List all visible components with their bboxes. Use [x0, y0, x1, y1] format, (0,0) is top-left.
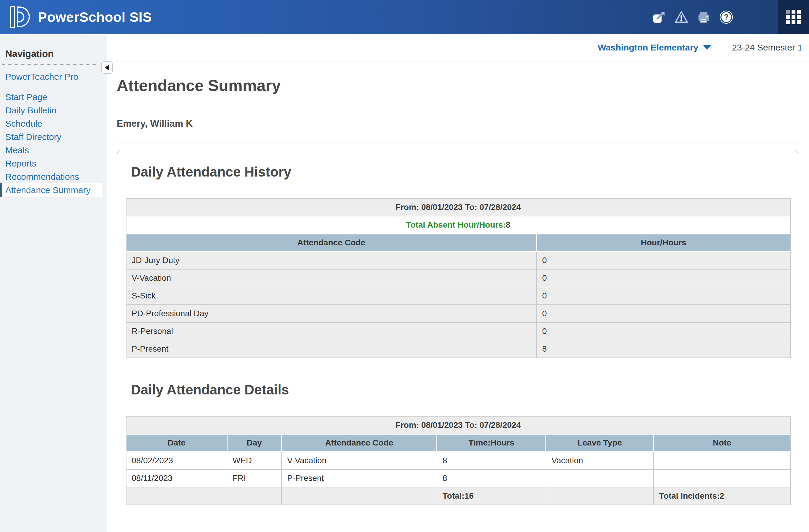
- sidebar-item[interactable]: Schedule: [0, 117, 107, 130]
- details-footer-row: Total:16 Total Incidents:2: [126, 487, 791, 505]
- school-selector[interactable]: Washington Elementary: [598, 42, 711, 53]
- details-date-range-row: From: 08/01/2023 To: 07/28/2024: [126, 416, 791, 434]
- attendance-code-cell: P-Present: [126, 340, 537, 358]
- help-icon[interactable]: ?: [719, 10, 733, 24]
- table-row: 08/11/2023 FRI P-Present 8: [126, 469, 791, 487]
- table-row: R-Personal 0: [126, 322, 791, 340]
- details-section-title: Daily Attendance Details: [131, 382, 791, 398]
- column-header: Note: [654, 434, 790, 452]
- day-cell: FRI: [227, 469, 281, 487]
- app-header: PowerSchool SIS ?: [0, 0, 809, 34]
- attendance-code-cell: P-Present: [281, 469, 437, 487]
- divider: [117, 143, 798, 143]
- table-row: JD-Jury Duty 0: [126, 251, 791, 269]
- sidebar-item[interactable]: Attendance Summary: [0, 183, 102, 197]
- alerts-icon[interactable]: [674, 10, 688, 24]
- column-header: Time:Hours: [437, 434, 546, 452]
- attendance-code-cell: R-Personal: [126, 322, 537, 340]
- column-header: Attendance Code: [126, 234, 537, 251]
- hours-cell: 0: [537, 287, 790, 305]
- table-row: 08/02/2023 WED V-Vacation 8 Vacation: [126, 452, 791, 469]
- sidebar-item[interactable]: Reports: [0, 157, 107, 170]
- date-cell: 08/11/2023: [126, 469, 227, 487]
- sidebar-item[interactable]: Meals: [0, 143, 107, 157]
- grid-icon: [786, 9, 802, 25]
- details-total: Total:16: [437, 487, 546, 505]
- leave-type-cell: [546, 469, 654, 487]
- hours-cell: 0: [537, 269, 790, 287]
- sidebar-item-powerteacher-pro[interactable]: PowerTeacher Pro: [0, 70, 107, 83]
- table-row: P-Present 8: [126, 340, 791, 358]
- shell: Navigation PowerTeacher Pro Start Page D…: [0, 34, 809, 532]
- sidebar-collapse-button[interactable]: [101, 61, 113, 74]
- attendance-history-table: From: 08/01/2023 To: 07/28/2024 Total Ab…: [125, 198, 791, 358]
- hours-cell: 0: [537, 305, 790, 322]
- table-row: V-Vacation 0: [126, 269, 791, 287]
- column-header: Date: [126, 434, 227, 452]
- hours-cell: 8: [537, 340, 790, 358]
- attendance-code-cell: V-Vacation: [126, 269, 537, 287]
- chevron-left-icon: [105, 65, 109, 71]
- table-row: S-Sick 0: [126, 287, 791, 305]
- svg-text:?: ?: [724, 13, 728, 21]
- details-total-incidents: Total Incidents:2: [654, 487, 790, 505]
- printer-icon[interactable]: [697, 10, 711, 24]
- sidebar-item[interactable]: Start Page: [0, 90, 107, 104]
- sidebar: Navigation PowerTeacher Pro Start Page D…: [0, 34, 107, 532]
- attendance-details-table: From: 08/01/2023 To: 07/28/2024 DateDayA…: [125, 416, 791, 505]
- table-row: PD-Professional Day 0: [126, 305, 791, 322]
- attendance-code-cell: S-Sick: [126, 287, 537, 305]
- leave-type-cell: Vacation: [546, 452, 654, 469]
- student-name: Emery, William K: [117, 118, 798, 129]
- details-rows: 08/02/2023 WED V-Vacation 8 Vacation 08/…: [126, 452, 791, 487]
- page-title: Attendance Summary: [117, 76, 798, 94]
- details-date-range: From: 08/01/2023 To: 07/28/2024: [126, 416, 791, 434]
- sidebar-nav: Start Page Daily Bulletin Schedule Staff…: [0, 90, 107, 197]
- history-date-range-row: From: 08/01/2023 To: 07/28/2024: [126, 198, 791, 216]
- time-hours-cell: 8: [437, 469, 546, 487]
- history-rows: JD-Jury Duty 0 V-Vacation 0 S-Sick: [126, 251, 791, 358]
- open-new-window-icon[interactable]: [652, 10, 666, 24]
- attendance-code-cell: PD-Professional Day: [126, 305, 537, 322]
- attendance-code-cell: V-Vacation: [281, 452, 437, 469]
- column-header: Attendance Code: [281, 434, 437, 452]
- school-name: Washington Elementary: [598, 42, 699, 53]
- total-absent-value: 8: [506, 220, 511, 229]
- note-cell: [654, 452, 790, 469]
- brand: PowerSchool SIS: [0, 6, 152, 29]
- sidebar-item[interactable]: Staff Directory: [0, 130, 107, 143]
- app-launcher-button[interactable]: [778, 0, 809, 34]
- app-title: PowerSchool SIS: [38, 9, 152, 25]
- history-section-title: Daily Attendance History: [131, 164, 791, 180]
- column-header: Day: [227, 434, 281, 452]
- history-date-range: From: 08/01/2023 To: 07/28/2024: [126, 198, 791, 216]
- sidebar-item[interactable]: Daily Bulletin: [0, 104, 107, 117]
- hours-cell: 0: [537, 251, 790, 269]
- page-body: Attendance Summary Emery, William K Dail…: [107, 76, 809, 532]
- day-cell: WED: [227, 452, 281, 469]
- topbar: Washington Elementary 23-24 Semester 1: [107, 34, 809, 61]
- sidebar-divider: [2, 64, 99, 65]
- date-cell: 08/02/2023: [126, 452, 227, 469]
- sidebar-item[interactable]: Recommendations: [0, 170, 107, 183]
- history-total-row: Total Absent Hour/Hours:8: [126, 216, 791, 234]
- header-actions: ?: [652, 10, 733, 24]
- hours-cell: 0: [537, 322, 790, 340]
- attendance-card: Daily Attendance History From: 08/01/202…: [117, 150, 798, 532]
- column-header: Leave Type: [546, 434, 654, 452]
- main-content: Washington Elementary 23-24 Semester 1 A…: [107, 34, 809, 532]
- note-cell: [654, 469, 790, 487]
- chevron-down-icon: [703, 45, 711, 50]
- term-selector[interactable]: 23-24 Semester 1: [732, 42, 803, 53]
- total-absent-label: Total Absent Hour/Hours:: [406, 220, 506, 229]
- attendance-code-cell: JD-Jury Duty: [126, 251, 537, 269]
- time-hours-cell: 8: [437, 452, 546, 469]
- history-header-row: Attendance CodeHour/Hours: [126, 234, 791, 251]
- sidebar-title: Navigation: [5, 49, 107, 59]
- column-header: Hour/Hours: [537, 234, 790, 251]
- powerschool-logo-icon: [10, 6, 30, 29]
- details-header-row: DateDayAttendance CodeTime:HoursLeave Ty…: [126, 434, 791, 452]
